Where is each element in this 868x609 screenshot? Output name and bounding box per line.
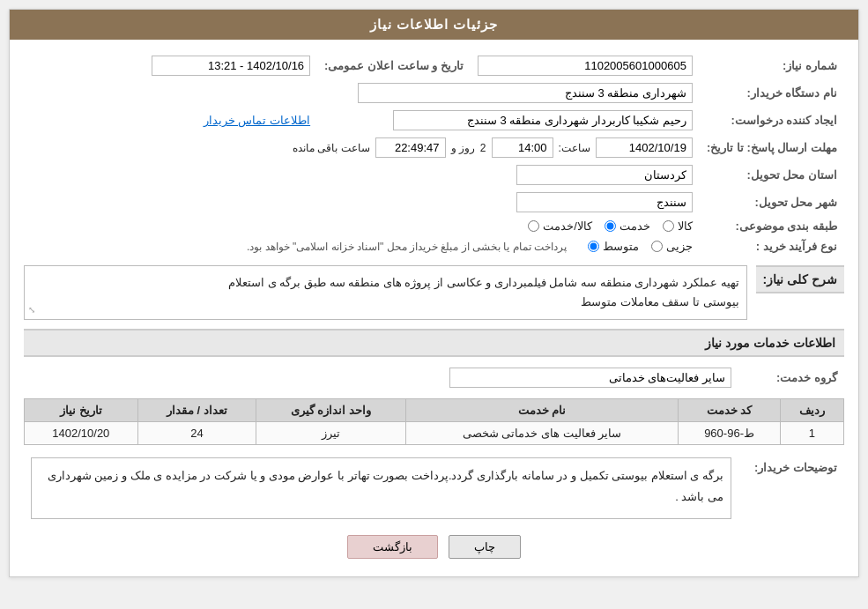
table-row: 1 ط-96-960 سایر فعالیت های خدماتی شخصی ت… <box>25 422 844 445</box>
description-box: تهیه عملکرد شهرداری منطقه سه شامل فیلمبر… <box>24 265 747 320</box>
cell-code: ط-96-960 <box>679 422 781 445</box>
cell-unit: تیرز <box>256 422 406 445</box>
buyer-notes-label: توضیحات خریدار: <box>738 454 844 523</box>
remaining-time-input <box>375 137 446 158</box>
radio-motavasset-input[interactable] <box>588 241 599 252</box>
cell-quantity: 24 <box>137 422 256 445</box>
buyer-org-input[interactable] <box>358 83 693 103</box>
requester-label: ایجاد کننده درخواست: <box>700 107 844 134</box>
announce-date-input[interactable] <box>152 56 310 76</box>
buyer-org-label: نام دستگاه خریدار: <box>700 79 844 107</box>
col-code: کد خدمت <box>679 399 781 422</box>
remaining-label: روز و <box>451 142 475 154</box>
col-date: تاریخ نیاز <box>25 399 138 422</box>
col-quantity: تعداد / مقدار <box>137 399 256 422</box>
cell-row: 1 <box>780 422 843 445</box>
description-text: تهیه عملکرد شهرداری منطقه سه شامل فیلمبر… <box>228 276 738 308</box>
radio-jozvi[interactable]: جزیی <box>651 240 693 253</box>
radio-kala-khedmat[interactable]: کالا/خدمت <box>528 219 592 233</box>
page-title: جزئیات اطلاعات نیاز <box>10 10 858 40</box>
requester-contact-link[interactable]: اطلاعات تماس خریدار <box>204 114 310 127</box>
col-unit: واحد اندازه گیری <box>256 399 406 422</box>
radio-jozvi-label: جزیی <box>666 240 693 253</box>
services-section-label: اطلاعات خدمات مورد نیاز <box>24 329 844 357</box>
reply-time-label: ساعت: <box>559 142 590 154</box>
description-section-label: شرح کلی نیاز: <box>756 265 844 293</box>
radio-khedmat-label: خدمت <box>619 219 650 233</box>
radio-khedmat-input[interactable] <box>605 220 616 232</box>
purchase-type-label: نوع فرآیند خرید : <box>700 236 844 256</box>
reply-time-input[interactable] <box>492 137 553 158</box>
cell-name: سایر فعالیت های خدماتی شخصی <box>405 422 678 445</box>
reply-deadline-label: مهلت ارسال پاسخ: تا تاریخ: <box>700 134 844 161</box>
buyer-notes-text: برگه ی استعلام بیوستی تکمیل و در سامانه … <box>48 469 723 502</box>
radio-motavasset-label: متوسط <box>603 240 639 253</box>
radio-kala-input[interactable] <box>663 220 674 232</box>
back-button[interactable]: بازگشت <box>347 535 438 559</box>
col-name: نام خدمت <box>405 399 678 422</box>
radio-kala-khedmat-input[interactable] <box>528 220 539 232</box>
radio-motavasset[interactable]: متوسط <box>588 240 639 253</box>
remaining-suffix: ساعت باقی مانده <box>293 142 370 154</box>
category-label: طبقه بندی موضوعی: <box>700 216 844 236</box>
resize-handle[interactable]: ⤡ <box>28 302 35 317</box>
buyer-notes-box: برگه ی استعلام بیوستی تکمیل و در سامانه … <box>31 457 731 519</box>
print-button[interactable]: چاپ <box>449 535 521 559</box>
services-table: ردیف کد خدمت نام خدمت واحد اندازه گیری ت… <box>24 398 844 445</box>
need-number-label: شماره نیاز: <box>700 52 844 79</box>
radio-kala-label: کالا <box>678 219 693 233</box>
remaining-days-value: 2 <box>480 142 486 154</box>
delivery-city-label: شهر محل تحویل: <box>700 189 844 216</box>
radio-khedmat[interactable]: خدمت <box>605 219 650 233</box>
col-row: ردیف <box>780 399 843 422</box>
radio-jozvi-input[interactable] <box>651 241 663 252</box>
delivery-province-label: استان محل تحویل: <box>700 161 844 189</box>
service-group-input[interactable] <box>449 368 731 388</box>
cell-date: 1402/10/20 <box>25 422 138 445</box>
delivery-city-input[interactable] <box>516 192 693 212</box>
need-number-input[interactable] <box>478 56 693 76</box>
service-group-label: گروه خدمت: <box>738 364 844 391</box>
purchase-type-note: پرداخت تمام یا بخشی از مبلغ خریداز محل "… <box>247 241 567 253</box>
radio-kala[interactable]: کالا <box>663 219 693 233</box>
delivery-province-input[interactable] <box>516 165 693 185</box>
announce-date-label: تاریخ و ساعت اعلان عمومی: <box>317 52 471 79</box>
radio-kala-khedmat-label: کالا/خدمت <box>543 219 592 233</box>
requester-input[interactable] <box>393 110 693 130</box>
reply-date-input[interactable] <box>596 137 693 158</box>
